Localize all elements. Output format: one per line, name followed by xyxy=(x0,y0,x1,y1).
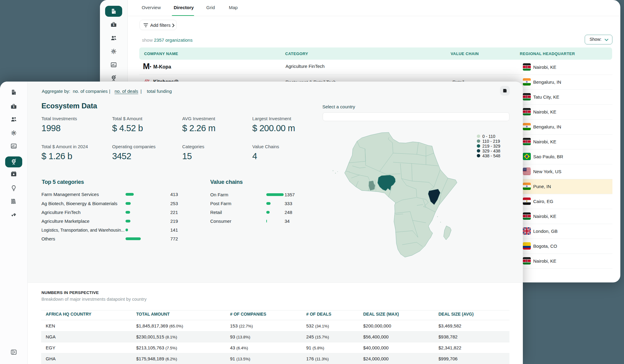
svg-text:$: $ xyxy=(13,106,15,108)
svg-text:$: $ xyxy=(113,51,114,53)
svg-text:$: $ xyxy=(113,24,115,26)
svg-text:$: $ xyxy=(13,132,14,135)
